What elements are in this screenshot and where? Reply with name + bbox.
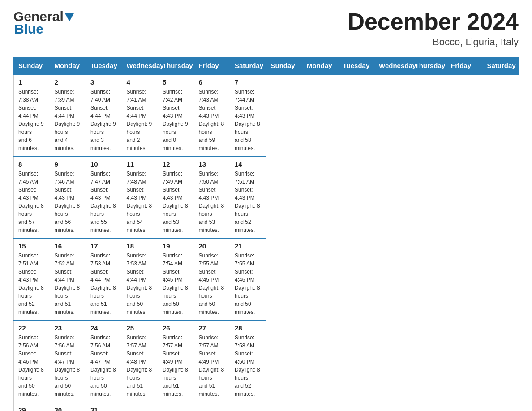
week-row-4: 22Sunrise: 7:56 AMSunset: 4:46 PMDayligh… bbox=[14, 320, 519, 402]
day-cell-18: 18Sunrise: 7:53 AMSunset: 4:44 PMDayligh… bbox=[122, 238, 158, 320]
day-number: 12 bbox=[163, 160, 189, 168]
day-info: Sunrise: 7:58 AMSunset: 4:50 PMDaylight:… bbox=[235, 334, 262, 398]
header-friday: Friday bbox=[194, 57, 230, 75]
header-saturday: Saturday bbox=[230, 57, 266, 75]
day-number: 13 bbox=[199, 160, 226, 168]
day-number: 29 bbox=[18, 406, 45, 411]
day-info: Sunrise: 7:56 AMSunset: 4:47 PMDaylight:… bbox=[55, 334, 82, 398]
day-info: Sunrise: 7:55 AMSunset: 4:45 PMDaylight:… bbox=[199, 252, 226, 316]
day-cell-2: 2Sunrise: 7:39 AMSunset: 4:44 PMDaylight… bbox=[50, 74, 86, 156]
day-cell-9: 9Sunrise: 7:46 AMSunset: 4:43 PMDaylight… bbox=[50, 156, 86, 238]
day-info: Sunrise: 7:42 AMSunset: 4:43 PMDaylight:… bbox=[163, 88, 189, 152]
col-header-tuesday: Tuesday bbox=[338, 57, 374, 75]
header-wednesday: Wednesday bbox=[122, 57, 158, 75]
day-info: Sunrise: 7:56 AMSunset: 4:47 PMDaylight:… bbox=[90, 334, 117, 398]
day-cell-27: 27Sunrise: 7:57 AMSunset: 4:49 PMDayligh… bbox=[194, 320, 230, 402]
calendar-header-row: SundayMondayTuesdayWednesdayThursdayFrid… bbox=[14, 57, 519, 75]
day-info: Sunrise: 7:51 AMSunset: 4:43 PMDaylight:… bbox=[235, 170, 262, 234]
day-number: 9 bbox=[55, 160, 82, 168]
empty-cell bbox=[230, 402, 266, 411]
day-cell-11: 11Sunrise: 7:48 AMSunset: 4:43 PMDayligh… bbox=[122, 156, 158, 238]
day-cell-4: 4Sunrise: 7:41 AMSunset: 4:44 PMDaylight… bbox=[122, 74, 158, 156]
logo: General Blue bbox=[13, 9, 74, 37]
day-cell-3: 3Sunrise: 7:40 AMSunset: 4:44 PMDaylight… bbox=[86, 74, 122, 156]
day-info: Sunrise: 7:55 AMSunset: 4:46 PMDaylight:… bbox=[235, 252, 262, 316]
day-cell-1: 1Sunrise: 7:38 AMSunset: 4:44 PMDaylight… bbox=[14, 74, 50, 156]
logo-blue-text: Blue bbox=[14, 21, 43, 37]
day-number: 26 bbox=[163, 324, 189, 332]
day-number: 11 bbox=[127, 160, 154, 168]
day-number: 15 bbox=[18, 242, 45, 250]
empty-cell bbox=[158, 402, 194, 411]
header-monday: Monday bbox=[50, 57, 86, 75]
day-info: Sunrise: 7:57 AMSunset: 4:48 PMDaylight:… bbox=[127, 334, 154, 398]
day-info: Sunrise: 7:57 AMSunset: 4:49 PMDaylight:… bbox=[199, 334, 226, 398]
day-info: Sunrise: 7:53 AMSunset: 4:44 PMDaylight:… bbox=[90, 252, 117, 316]
day-info: Sunrise: 7:43 AMSunset: 4:43 PMDaylight:… bbox=[199, 88, 226, 152]
day-number: 3 bbox=[90, 78, 117, 86]
day-info: Sunrise: 7:44 AMSunset: 4:43 PMDaylight:… bbox=[235, 88, 262, 152]
day-cell-29: 29Sunrise: 7:58 AMSunset: 4:51 PMDayligh… bbox=[14, 402, 50, 411]
day-cell-24: 24Sunrise: 7:56 AMSunset: 4:47 PMDayligh… bbox=[86, 320, 122, 402]
day-cell-23: 23Sunrise: 7:56 AMSunset: 4:47 PMDayligh… bbox=[50, 320, 86, 402]
day-info: Sunrise: 7:45 AMSunset: 4:43 PMDaylight:… bbox=[18, 170, 45, 234]
day-number: 17 bbox=[90, 242, 117, 250]
col-header-wednesday: Wednesday bbox=[374, 57, 411, 75]
day-number: 28 bbox=[235, 324, 262, 332]
day-number: 31 bbox=[90, 406, 117, 411]
col-header-sunday: Sunday bbox=[266, 57, 302, 75]
day-number: 27 bbox=[199, 324, 226, 332]
day-number: 8 bbox=[18, 160, 45, 168]
day-info: Sunrise: 7:51 AMSunset: 4:43 PMDaylight:… bbox=[18, 252, 45, 316]
svg-marker-0 bbox=[64, 13, 74, 21]
day-info: Sunrise: 7:38 AMSunset: 4:44 PMDaylight:… bbox=[18, 88, 45, 152]
col-header-thursday: Thursday bbox=[410, 57, 446, 75]
day-info: Sunrise: 7:50 AMSunset: 4:43 PMDaylight:… bbox=[199, 170, 226, 234]
week-row-1: 1Sunrise: 7:38 AMSunset: 4:44 PMDaylight… bbox=[14, 74, 519, 156]
day-cell-30: 30Sunrise: 7:58 AMSunset: 4:52 PMDayligh… bbox=[50, 402, 86, 411]
week-row-3: 15Sunrise: 7:51 AMSunset: 4:43 PMDayligh… bbox=[14, 238, 519, 320]
day-number: 16 bbox=[55, 242, 82, 250]
header-thursday: Thursday bbox=[158, 57, 194, 75]
header-sunday: Sunday bbox=[14, 57, 50, 75]
day-number: 30 bbox=[55, 406, 82, 411]
day-cell-12: 12Sunrise: 7:49 AMSunset: 4:43 PMDayligh… bbox=[158, 156, 194, 238]
day-cell-28: 28Sunrise: 7:58 AMSunset: 4:50 PMDayligh… bbox=[230, 320, 266, 402]
day-number: 23 bbox=[55, 324, 82, 332]
logo-triangle-icon bbox=[64, 13, 74, 21]
day-number: 14 bbox=[235, 160, 262, 168]
day-number: 2 bbox=[55, 78, 82, 86]
empty-cell bbox=[194, 402, 230, 411]
day-number: 22 bbox=[18, 324, 45, 332]
day-cell-7: 7Sunrise: 7:44 AMSunset: 4:43 PMDaylight… bbox=[230, 74, 266, 156]
day-number: 25 bbox=[127, 324, 154, 332]
day-cell-10: 10Sunrise: 7:47 AMSunset: 4:43 PMDayligh… bbox=[86, 156, 122, 238]
day-info: Sunrise: 7:39 AMSunset: 4:44 PMDaylight:… bbox=[55, 88, 82, 152]
calendar-table: SundayMondayTuesdayWednesdayThursdayFrid… bbox=[13, 57, 519, 411]
day-info: Sunrise: 7:46 AMSunset: 4:43 PMDaylight:… bbox=[55, 170, 82, 234]
day-number: 24 bbox=[90, 324, 117, 332]
day-cell-17: 17Sunrise: 7:53 AMSunset: 4:44 PMDayligh… bbox=[86, 238, 122, 320]
day-info: Sunrise: 7:40 AMSunset: 4:44 PMDaylight:… bbox=[90, 88, 117, 152]
day-number: 6 bbox=[199, 78, 226, 86]
day-info: Sunrise: 7:49 AMSunset: 4:43 PMDaylight:… bbox=[163, 170, 189, 234]
week-row-5: 29Sunrise: 7:58 AMSunset: 4:51 PMDayligh… bbox=[14, 402, 519, 411]
day-number: 4 bbox=[127, 78, 154, 86]
title-area: December 2024 Bocco, Liguria, Italy bbox=[348, 9, 519, 48]
day-cell-14: 14Sunrise: 7:51 AMSunset: 4:43 PMDayligh… bbox=[230, 156, 266, 238]
day-cell-21: 21Sunrise: 7:55 AMSunset: 4:46 PMDayligh… bbox=[230, 238, 266, 320]
day-cell-8: 8Sunrise: 7:45 AMSunset: 4:43 PMDaylight… bbox=[14, 156, 50, 238]
page-header: General Blue December 2024 Bocco, Liguri… bbox=[13, 9, 519, 48]
day-number: 7 bbox=[235, 78, 262, 86]
empty-cell bbox=[122, 402, 158, 411]
header-tuesday: Tuesday bbox=[86, 57, 122, 75]
day-info: Sunrise: 7:41 AMSunset: 4:44 PMDaylight:… bbox=[127, 88, 154, 152]
day-cell-20: 20Sunrise: 7:55 AMSunset: 4:45 PMDayligh… bbox=[194, 238, 230, 320]
day-info: Sunrise: 7:48 AMSunset: 4:43 PMDaylight:… bbox=[127, 170, 154, 234]
day-number: 19 bbox=[163, 242, 189, 250]
col-header-monday: Monday bbox=[302, 57, 339, 75]
day-cell-16: 16Sunrise: 7:52 AMSunset: 4:44 PMDayligh… bbox=[50, 238, 86, 320]
day-info: Sunrise: 7:47 AMSunset: 4:43 PMDaylight:… bbox=[90, 170, 117, 234]
day-number: 10 bbox=[90, 160, 117, 168]
col-header-friday: Friday bbox=[446, 57, 483, 75]
